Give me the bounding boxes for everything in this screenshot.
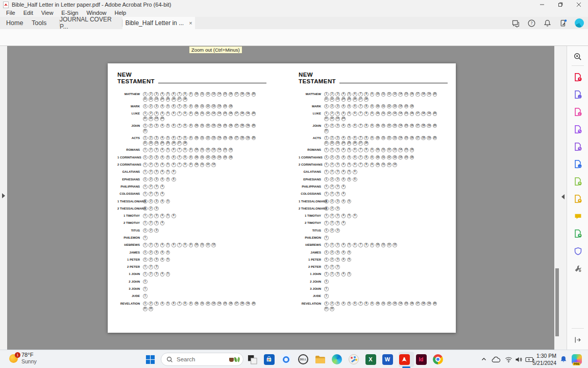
chapter-circle: 1: [143, 92, 148, 97]
chapter-circle: 10: [194, 104, 199, 109]
chapter-circle: 19: [246, 92, 250, 97]
chapter-circle: 18: [421, 92, 426, 97]
chapter-circle: 11: [381, 302, 386, 306]
help-icon[interactable]: ?: [527, 19, 536, 28]
dell-icon[interactable]: DELL: [297, 353, 309, 365]
export-pdf-icon[interactable]: →: [573, 159, 582, 169]
mobile-device-icon[interactable]: [559, 19, 568, 28]
minimize-button[interactable]: [533, 0, 551, 9]
fill-and-sign-icon[interactable]: ✎: [573, 142, 582, 151]
chapter-circle: 13: [393, 104, 397, 109]
chapter-circle: 6: [172, 177, 176, 182]
excel-icon[interactable]: X: [364, 353, 377, 365]
add-comment-icon[interactable]: +: [573, 194, 582, 203]
open-tools-panel-icon[interactable]: [573, 335, 582, 344]
chapter-circle: 6: [353, 124, 357, 128]
vertical-scrollbar[interactable]: [554, 46, 560, 350]
chapter-circle: 13: [393, 111, 397, 116]
protect-icon[interactable]: [573, 246, 582, 256]
book-row: GALATIANS123456: [299, 170, 448, 175]
tab-tools[interactable]: Tools: [27, 17, 52, 29]
start-button[interactable]: [144, 353, 156, 365]
close-button[interactable]: [570, 0, 588, 9]
chapter-circle: 4: [160, 199, 165, 204]
edge-icon[interactable]: [331, 353, 343, 365]
book-label: MATTHEW: [299, 92, 324, 102]
chapter-circle: 7: [358, 155, 363, 160]
copilot-icon[interactable]: PRE: [571, 353, 583, 365]
feedback-icon[interactable]: [511, 19, 520, 28]
chapter-circle: 15: [223, 302, 228, 306]
chapter-circle: 2: [149, 177, 153, 182]
acrobat-icon[interactable]: [398, 353, 410, 365]
chapter-circle: 14: [398, 155, 403, 160]
expand-nav-pane-icon[interactable]: [2, 193, 5, 198]
search-tool-icon[interactable]: [573, 52, 582, 61]
tray-bell-icon[interactable]: [557, 353, 570, 365]
book-label: PHILIPPIANS: [117, 185, 143, 190]
chapter-circle: 6: [353, 155, 357, 160]
book-row: 2 JOHN1: [117, 280, 266, 285]
chapter-circle: 10: [194, 155, 199, 160]
menu-view[interactable]: View: [37, 9, 58, 17]
chapter-circle: 14: [217, 124, 222, 128]
weather-widget[interactable]: 1 78°F Sunny: [9, 352, 37, 365]
file-explorer-icon[interactable]: [314, 353, 326, 365]
chrome-icon[interactable]: [432, 353, 444, 365]
book-row: JUDE1: [299, 294, 448, 299]
book-row: JOHN123456789101112131415161718192021: [117, 124, 266, 133]
chapter-circle: 1: [143, 221, 148, 225]
document-canvas: NEWTESTAMENTMATTHEW123456789101112131415…: [0, 46, 588, 350]
menu-edit[interactable]: Edit: [19, 9, 37, 17]
more-tools-icon[interactable]: +: [573, 264, 582, 273]
paint-icon[interactable]: [348, 353, 360, 365]
chapter-circle: 1: [324, 177, 329, 182]
chapter-circle: 1: [143, 258, 148, 262]
tray-clock[interactable]: 1:30 PM 5/21/2024: [532, 352, 556, 366]
tab-journal-cover[interactable]: JOURNAL COVER P...: [60, 17, 121, 29]
scan-and-ocr-icon[interactable]: +: [573, 229, 582, 238]
chapter-circle: 1: [143, 287, 148, 291]
menu-file[interactable]: File: [2, 9, 19, 17]
tab-home[interactable]: Home: [1, 17, 28, 29]
tab-bible-half-letter[interactable]: Bible_Half Letter in ... ×: [122, 17, 195, 29]
tab-close-icon[interactable]: ×: [189, 20, 192, 26]
comment-icon[interactable]: [573, 212, 582, 221]
chapter-circle: 4: [160, 250, 165, 255]
chapter-circle: 4: [341, 111, 346, 116]
chapter-circle: 4: [341, 250, 346, 255]
volume-icon[interactable]: [512, 353, 525, 365]
chapter-circle: 3: [154, 258, 159, 262]
chapter-circle: 2: [330, 243, 334, 247]
combine-files-icon[interactable]: ↓: [573, 90, 582, 99]
chapter-circle: 15: [404, 155, 409, 160]
chapter-circle: 21: [324, 97, 329, 102]
organize-pages-icon[interactable]: +: [573, 177, 582, 186]
request-e-signatures-icon[interactable]: ✎: [573, 125, 582, 134]
chapter-circle: 14: [398, 136, 403, 141]
chapter-circle: 10: [376, 243, 380, 247]
tray-chevron-icon[interactable]: [478, 353, 490, 365]
scrollbar-thumb[interactable]: [555, 268, 559, 336]
indesign-icon[interactable]: Id: [415, 353, 427, 365]
microsoft-store-icon[interactable]: [263, 353, 275, 365]
chapter-circle: 1: [324, 243, 329, 247]
chapter-circle: 4: [160, 104, 165, 109]
book-label: JOHN: [117, 124, 143, 133]
book-label: EPHESIANS: [117, 177, 143, 182]
edit-pdf-icon[interactable]: ≡: [573, 107, 582, 117]
create-pdf-icon[interactable]: +: [573, 73, 582, 82]
chapter-circle: 12: [387, 163, 391, 167]
book-label: MATTHEW: [117, 92, 143, 102]
word-icon[interactable]: W: [381, 353, 394, 365]
restore-button[interactable]: [551, 0, 570, 9]
taskbar-search[interactable]: Search: [161, 353, 243, 366]
account-avatar[interactable]: [575, 18, 584, 28]
onedrive-icon[interactable]: [490, 353, 502, 365]
sun-icon: 1: [9, 354, 18, 363]
chapter-circle: 3: [335, 148, 340, 152]
notifications-bell-icon[interactable]: [543, 19, 552, 28]
task-view-icon[interactable]: [246, 353, 258, 365]
collapse-tools-pane-icon[interactable]: [561, 194, 565, 199]
blue-ring-app-icon[interactable]: [280, 353, 292, 365]
